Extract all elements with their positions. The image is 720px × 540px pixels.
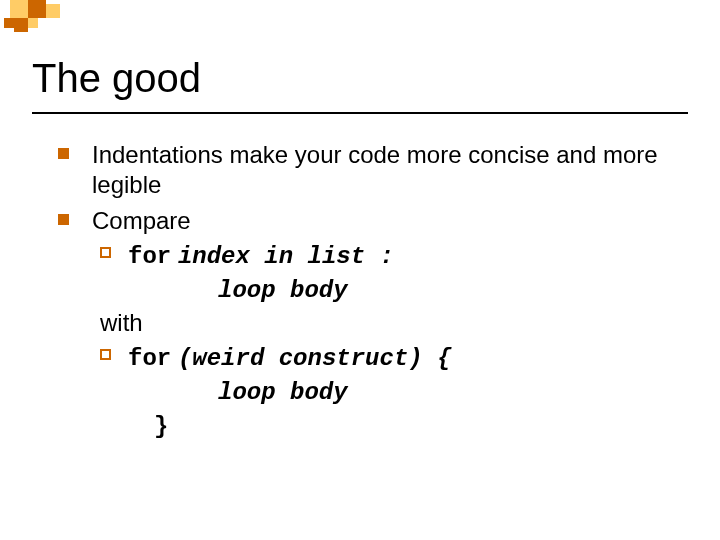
code-text: index in list : — [178, 243, 394, 270]
sub-bullet-item: for (weird construct) { — [100, 342, 678, 374]
square-bullet-icon — [58, 148, 69, 159]
code-keyword: for — [128, 345, 171, 372]
code-text: loop body — [218, 277, 348, 304]
square-bullet-icon — [58, 214, 69, 225]
sub-bullet-item: for index in list : — [100, 240, 678, 272]
outline-square-bullet-icon — [100, 349, 111, 360]
bullet-text: Compare — [92, 207, 191, 234]
title-underline — [32, 112, 688, 114]
with-text: with — [100, 308, 678, 338]
outline-square-bullet-icon — [100, 247, 111, 258]
code-close-brace: } — [154, 410, 678, 442]
slide-body: Indentations make your code more concise… — [58, 140, 678, 448]
code-text: (weird construct) { — [178, 345, 452, 372]
bullet-text: Indentations make your code more concise… — [92, 141, 658, 198]
bullet-item: Compare for index in list : loop body wi… — [58, 206, 678, 442]
code-keyword: for — [128, 243, 171, 270]
code-body: loop body — [128, 376, 678, 408]
slide-title: The good — [32, 56, 201, 101]
code-body: loop body — [128, 274, 678, 306]
slide: The good Indentations make your code mor… — [0, 0, 720, 540]
bullet-item: Indentations make your code more concise… — [58, 140, 678, 200]
code-text: loop body — [218, 379, 348, 406]
